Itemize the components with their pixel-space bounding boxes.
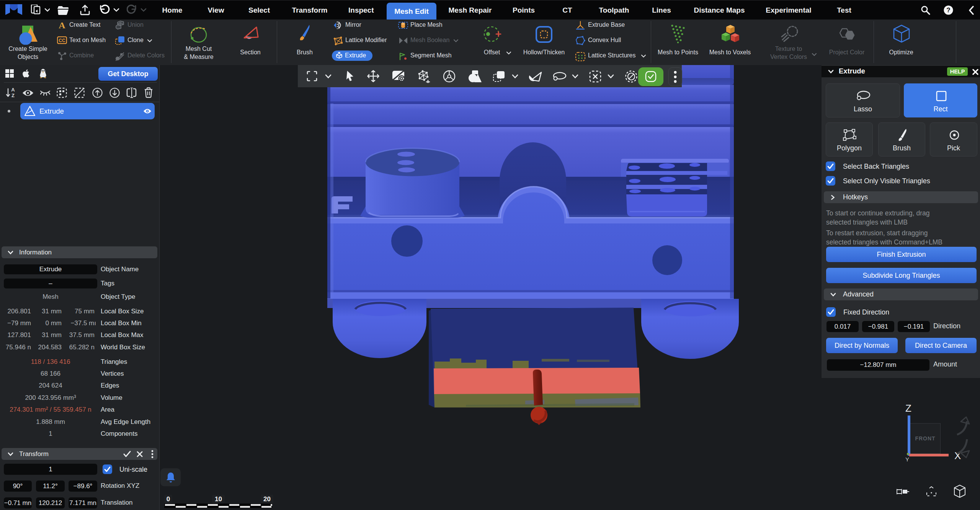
svg-text:?: ?: [946, 7, 950, 14]
svg-text:CC: CC: [59, 38, 65, 43]
svg-text:A: A: [11, 87, 15, 93]
svg-text:A: A: [59, 21, 65, 30]
svg-text:Z: Z: [11, 93, 15, 98]
